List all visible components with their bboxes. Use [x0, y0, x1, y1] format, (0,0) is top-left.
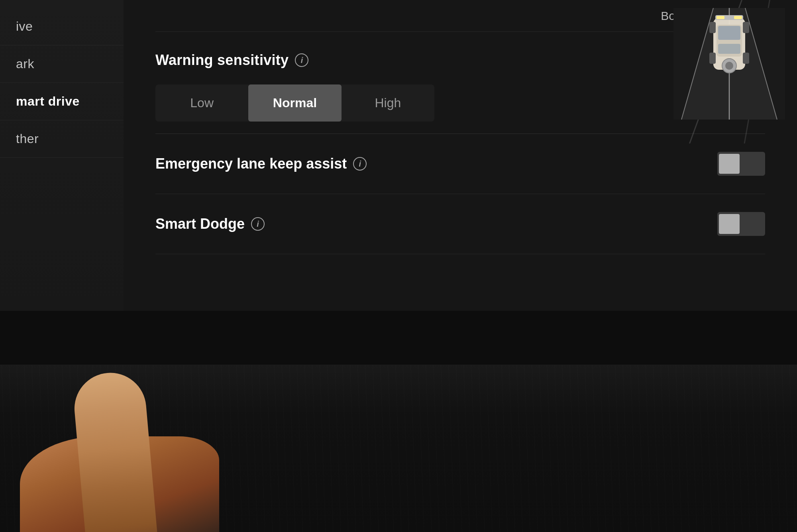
smart-dodge-toggle-thumb [719, 214, 740, 234]
svg-rect-6 [718, 26, 740, 40]
sidebar-item-smart-drive[interactable]: mart drive [0, 83, 124, 120]
sensitivity-option-low[interactable]: Low [155, 84, 248, 122]
sidebar: ive ark mart drive ther [0, 0, 124, 311]
hand-overlay [0, 309, 279, 532]
sidebar-item-other[interactable]: ther [0, 120, 124, 158]
sidebar-item-park[interactable]: ark [0, 45, 124, 83]
smart-dodge-toggle[interactable] [717, 212, 765, 236]
sensitivity-option-high[interactable]: High [342, 84, 434, 122]
svg-rect-11 [717, 16, 724, 19]
svg-rect-12 [734, 16, 742, 19]
smart-dodge-label: Smart Dodge [155, 216, 245, 232]
sensitivity-option-normal[interactable]: Normal [248, 84, 341, 122]
emergency-lane-toggle-thumb [719, 154, 740, 174]
emergency-lane-toggle[interactable] [717, 152, 765, 176]
emergency-lane-label: Emergency lane keep assist [155, 155, 347, 172]
svg-rect-7 [718, 44, 740, 54]
svg-rect-13 [709, 22, 716, 33]
sidebar-item-drive[interactable]: ive [0, 8, 124, 45]
smart-dodge-info-icon[interactable]: i [251, 217, 265, 231]
svg-rect-16 [743, 53, 749, 64]
section-title: Warning sensitivity [155, 52, 289, 69]
svg-rect-15 [709, 53, 716, 64]
smart-dodge-label-group: Smart Dodge i [155, 216, 265, 232]
emergency-lane-label-group: Emergency lane keep assist i [155, 155, 367, 172]
emergency-lane-info-icon[interactable]: i [353, 157, 367, 171]
svg-rect-14 [743, 22, 749, 33]
sensitivity-selector: Low Normal High [155, 84, 434, 122]
car-visualization [673, 8, 785, 120]
svg-point-9 [725, 62, 733, 70]
warning-sensitivity-info-icon[interactable]: i [295, 53, 308, 67]
finger-shape [71, 370, 159, 532]
road-svg [673, 8, 785, 120]
smart-dodge-row: Smart Dodge i [155, 194, 765, 254]
